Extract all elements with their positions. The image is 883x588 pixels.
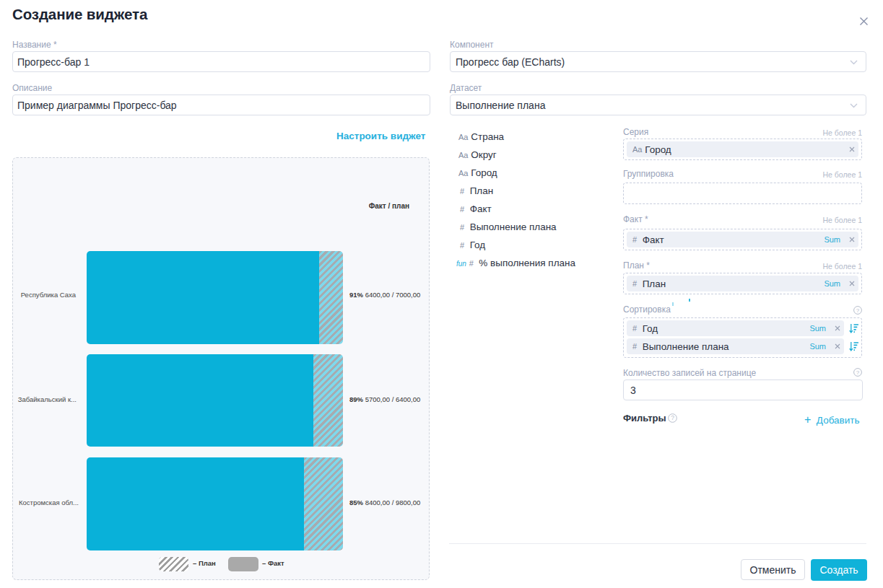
svg-text:?: ? bbox=[671, 414, 674, 421]
svg-text:?: ? bbox=[856, 307, 860, 314]
svg-text:?: ? bbox=[856, 369, 860, 376]
